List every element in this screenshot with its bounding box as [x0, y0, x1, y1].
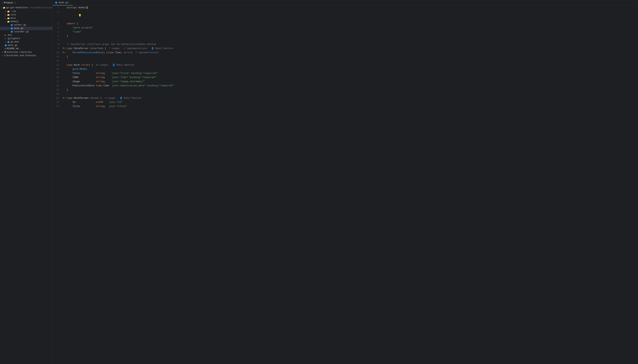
gutter-9[interactable]: ⊙↓ — [62, 47, 67, 50]
models-label: models — [11, 20, 19, 23]
tab-label: book.go — [59, 1, 68, 4]
sidebar-item-readme[interactable]: M README.md — [0, 47, 53, 50]
code-line-16: 16 ISBN string `json:"isbn" binding:"req… — [53, 76, 638, 80]
editor-area: 🔷 book.go ✕ 1 package models 2 💡 3 impor… — [53, 0, 638, 364]
code-line-10: 10 ⊙↓ ParsePublicationDate() (time.Time,… — [53, 50, 638, 55]
customer-file-icon: 🔷 — [11, 31, 13, 33]
models-folder-icon: 📁 — [7, 20, 10, 23]
gomod-arrow: ▶ — [5, 41, 7, 43]
line-content-16: ISBN string `json:"isbn" binding:"requir… — [67, 76, 638, 79]
code-line-12: 12 — [53, 59, 638, 63]
line-number-1: 1 — [53, 6, 62, 10]
project-root[interactable]: ▾ 📁 go-gin-bookstore ~/GolandProjects/go… — [0, 6, 53, 10]
code-line-13: 13 type Book struct { 15 usages 👤 Mukul … — [53, 63, 638, 67]
project-chevron: ▾ — [2, 2, 3, 4]
sidebar-item-env[interactable]: ⚙ .env — [0, 34, 53, 37]
line-number-11: 11 — [53, 55, 62, 59]
scratches-label: Scratches and Consoles — [6, 54, 36, 57]
sidebar: ▾ Project ∨ ▾ 📁 go-gin-bookstore ~/Golan… — [0, 0, 53, 364]
sidebar-item-gitignore[interactable]: ⊘ .gitignore — [0, 37, 53, 40]
line-content-9: type DateParser interface { 7 usages 2 i… — [67, 47, 638, 50]
tab-book-go[interactable]: 🔷 book.go ✕ — [53, 0, 73, 6]
line-content-3: import ( — [67, 22, 638, 26]
main-label: main.go — [8, 44, 17, 47]
line-content-15: Title string `json:"title" binding:"requ… — [67, 72, 638, 75]
line-number-12: 12 — [53, 59, 62, 63]
code-line-21: 21 ⊙↑ type BookParams struct { 5 usages … — [53, 96, 638, 100]
run-folder-icon: 📁 — [7, 10, 10, 13]
gomod-label: go.mod — [11, 40, 19, 43]
line-content-17: Image string `json:"image,omitempty"` — [67, 80, 638, 84]
code-line-20: 20 — [53, 92, 638, 96]
gitignore-label: .gitignore — [7, 37, 20, 40]
sidebar-item-customer[interactable]: 🔷 customer.go — [0, 30, 53, 34]
line-content-23: Title string `json:"title"` — [67, 104, 638, 108]
line-number-15: 15 — [53, 72, 62, 75]
line-number-4: 4 — [53, 26, 62, 30]
code-line-18: 18 PublicationDate time.Time `json:"publ… — [53, 84, 638, 88]
line-number-13: 13 — [53, 63, 62, 67]
sidebar-item-main[interactable]: 🔷 main.go — [0, 44, 53, 47]
root-arrow: ▾ — [2, 7, 3, 9]
author-file-icon: 🔷 — [11, 24, 13, 26]
impl-icon-9[interactable]: ⊙↓ — [63, 47, 66, 50]
root-path: ~/GolandProjects/go-gin-bookstc... — [29, 6, 53, 9]
code-line-1: 1 package models — [53, 6, 638, 10]
run-arrow: ▶ — [5, 10, 7, 12]
code-line-11: 11 } — [53, 55, 638, 59]
line-number-18: 18 — [53, 84, 62, 88]
line-number-3: 3 — [53, 22, 62, 26]
tab-file-icon: 🔷 — [55, 2, 58, 4]
code-line-17: 17 Image string `json:"image,omitempty"` — [53, 80, 638, 84]
code-line-2: 2 💡 — [53, 10, 638, 22]
sidebar-item-book[interactable]: 🔷 book.go — [0, 27, 53, 30]
project-label: Project — [4, 2, 13, 4]
code-line-7: 7 — [53, 38, 638, 42]
sidebar-item-scratches[interactable]: ▶ ≡ Scratches and Consoles — [0, 54, 53, 57]
code-area[interactable]: 1 package models 2 💡 3 import ( 4 "gorm.… — [53, 6, 638, 364]
extlibs-icon: 🏛 — [4, 51, 7, 54]
code-line-5: 5 "time" — [53, 30, 638, 34]
code-line-4: 4 "gorm.io/gorm" — [53, 26, 638, 30]
line-content-2: 💡 — [67, 10, 638, 22]
line-content-1: package models — [67, 6, 638, 10]
gutter-21[interactable]: ⊙↑ — [62, 96, 67, 100]
readme-label: README.md — [7, 48, 19, 50]
core-folder-icon: 📁 — [7, 14, 10, 16]
root-name: go-gin-bookstore — [6, 6, 28, 9]
author-label: author.go — [14, 24, 26, 26]
scratches-icon: ≡ — [4, 54, 6, 57]
core-label: core — [11, 14, 16, 16]
tab-close-button[interactable]: ✕ — [69, 2, 70, 4]
sidebar-item-models[interactable]: ▾ 📁 models — [0, 20, 53, 23]
line-content-19: } — [67, 88, 638, 92]
sidebar-item-extlibs[interactable]: ▶ 🏛 External Libraries — [0, 50, 53, 54]
line-number-23: 23 — [53, 104, 62, 108]
code-line-22: 22 Id int64 `json:"id"` — [53, 100, 638, 104]
run-label: .run — [11, 10, 16, 13]
root-folder-icon: 📁 — [3, 6, 6, 9]
tab-bar: 🔷 book.go ✕ — [53, 0, 638, 6]
line-content-21: type BookParams struct { 5 usages 👤 Muku… — [67, 96, 638, 100]
impl-icon-10[interactable]: ⊙↓ — [63, 51, 66, 54]
line-number-16: 16 — [53, 76, 62, 79]
sidebar-item-run[interactable]: ▶ 📁 .run — [0, 10, 53, 13]
gomod-file-icon: 🔷 — [7, 41, 10, 43]
sidebar-item-author[interactable]: 🔷 author.go — [0, 23, 53, 27]
code-line-14: 14 gorm.Model — [53, 67, 638, 71]
project-header[interactable]: ▾ Project ∨ — [0, 0, 53, 6]
impl-icon-21[interactable]: ⊙↑ — [63, 96, 66, 100]
sidebar-item-misc[interactable]: ▶ 📁 misc — [0, 16, 53, 20]
sidebar-item-gomod[interactable]: ▶ 🔷 go.mod — [0, 40, 53, 44]
misc-arrow: ▶ — [5, 17, 7, 19]
models-arrow: ▾ — [5, 21, 7, 23]
code-line-3: 3 import ( — [53, 22, 638, 26]
line-number-5: 5 — [53, 30, 62, 34]
line-number-14: 14 — [53, 67, 62, 71]
line-number-20: 20 — [53, 92, 62, 96]
line-content-13: type Book struct { 15 usages 👤 Mukul Man… — [67, 63, 638, 67]
code-line-19: 19 } — [53, 88, 638, 92]
sidebar-item-core[interactable]: ▶ 📁 core — [0, 13, 53, 16]
code-line-8: 8 // DateParser interface wraps the Pars… — [53, 42, 638, 46]
gutter-10[interactable]: ⊙↓ — [62, 51, 67, 54]
